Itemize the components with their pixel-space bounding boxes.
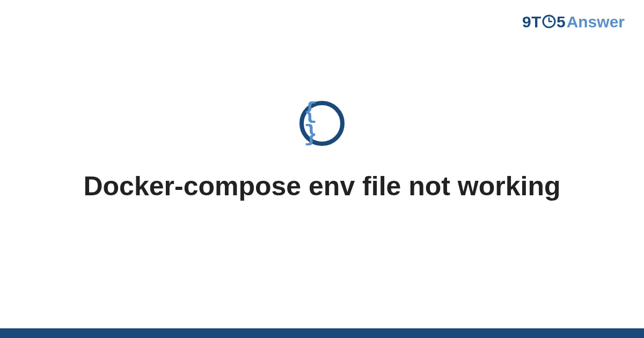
code-braces-icon: { }	[299, 101, 345, 146]
braces-glyph: { }	[304, 101, 340, 146]
footer-accent-bar	[0, 328, 644, 338]
page-title: Docker-compose env file not working	[83, 168, 560, 205]
main-content: { } Docker-compose env file not working	[0, 0, 644, 338]
topic-icon-wrapper: { }	[299, 101, 345, 146]
